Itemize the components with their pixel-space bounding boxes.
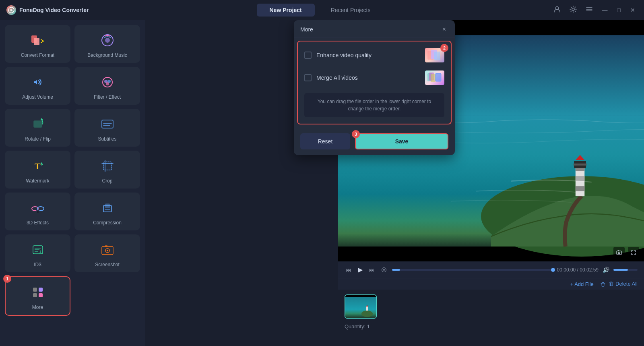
rotate-flip-icon	[29, 115, 47, 133]
video-thumbnail[interactable]	[345, 294, 377, 319]
svg-rect-39	[33, 288, 37, 292]
svg-rect-49	[436, 73, 441, 81]
dialog-header: More ×	[294, 20, 455, 37]
skip-forward-button[interactable]: ⏭	[368, 265, 376, 274]
header-tabs: New Project Recent Projects	[257, 4, 384, 17]
play-button[interactable]: ▶	[357, 265, 364, 275]
dialog-note: You can drag the file order in the lower…	[304, 93, 444, 117]
timeline-fill	[392, 269, 400, 271]
menu-button[interactable]	[584, 4, 595, 17]
svg-rect-16	[102, 120, 113, 128]
dialog-title: More	[300, 26, 313, 33]
thumbnail-area: Quantity: 1	[338, 290, 644, 346]
compression-icon	[99, 199, 116, 217]
time-separator: /	[577, 267, 578, 273]
recent-projects-tab[interactable]: Recent Projects	[318, 4, 384, 17]
sidebar-item-background-music[interactable]: Background Music	[74, 25, 140, 63]
svg-rect-41	[33, 293, 37, 297]
merge-videos-option: Merge All videos	[304, 70, 444, 85]
more-icon	[29, 284, 47, 301]
svg-rect-45	[434, 52, 440, 60]
dialog-close-button[interactable]: ×	[440, 25, 448, 34]
more-label: More	[32, 305, 43, 310]
app-name: FoneDog Video Converter	[19, 7, 89, 13]
dialog-footer: Reset 3 Save	[294, 128, 455, 155]
svg-rect-40	[39, 288, 43, 292]
sidebar-item-adjust-volume[interactable]: Adjust Volume	[5, 67, 70, 105]
center-area: More × Enhance video quality	[145, 20, 338, 346]
reset-button[interactable]: Reset	[300, 133, 350, 149]
volume-button[interactable]: 🔊	[603, 267, 609, 273]
3d-effects-label: 3D Effects	[27, 220, 49, 226]
more-badge: 1	[3, 275, 11, 283]
svg-rect-48	[431, 74, 436, 82]
delete-all-button[interactable]: 🗑 Delete All	[600, 281, 638, 287]
minimize-button[interactable]: —	[600, 6, 610, 14]
sidebar-item-more[interactable]: 1 More	[5, 276, 70, 316]
subtitles-icon	[99, 115, 116, 133]
timeline[interactable]	[392, 269, 553, 271]
convert-format-label: Convert Format	[21, 52, 54, 58]
svg-marker-1	[10, 9, 13, 11]
3d-effects-icon	[29, 199, 47, 217]
enhance-quality-checkbox[interactable]	[304, 52, 312, 59]
compression-label: Compression	[93, 220, 122, 226]
save-badge: 3	[352, 130, 360, 138]
sidebar-item-screenshot[interactable]: Screenshot	[74, 234, 140, 272]
merge-videos-label: Merge All videos	[316, 75, 420, 81]
sidebar-item-3d-effects[interactable]: 3D Effects	[5, 193, 70, 230]
svg-point-69	[361, 311, 373, 317]
fullscreen-preview-button[interactable]	[628, 247, 639, 258]
enhance-quality-option: Enhance video quality 2	[304, 48, 444, 62]
screenshot-icon	[99, 241, 116, 259]
sidebar-item-rotate-flip[interactable]: Rotate / Flip	[5, 109, 70, 147]
sidebar: Convert Format Background Music	[0, 20, 145, 346]
svg-rect-58	[576, 186, 584, 191]
sidebar-item-filter-effect[interactable]: Filter / Effect	[74, 67, 140, 105]
subtitles-label: Subtitles	[98, 136, 116, 142]
time-display: 00:00:00 / 00:02:59	[557, 267, 599, 273]
add-file-button[interactable]: + Add File	[570, 281, 594, 287]
sidebar-item-watermark[interactable]: T Watermark	[5, 151, 70, 189]
merge-videos-checkbox[interactable]	[304, 74, 312, 81]
main-content: Convert Format Background Music	[0, 20, 644, 346]
watermark-icon: T	[29, 157, 47, 175]
settings-button[interactable]	[568, 4, 579, 17]
filter-effect-icon	[99, 73, 116, 91]
enhance-badge: 2	[440, 44, 448, 52]
sidebar-item-subtitles[interactable]: Subtitles	[74, 109, 140, 147]
crop-icon	[99, 157, 116, 175]
new-project-tab[interactable]: New Project	[257, 4, 315, 17]
close-window-button[interactable]: ✕	[628, 6, 638, 14]
rotate-flip-label: Rotate / Flip	[25, 136, 51, 142]
sidebar-item-convert-format[interactable]: Convert Format	[5, 25, 70, 63]
maximize-button[interactable]: □	[615, 6, 623, 14]
sidebar-item-crop[interactable]: Crop	[74, 151, 140, 189]
svg-rect-62	[617, 251, 621, 255]
account-button[interactable]	[551, 4, 563, 17]
dot-button[interactable]: ⦿	[380, 265, 388, 274]
skip-back-button[interactable]: ⏮	[345, 265, 353, 274]
svg-rect-57	[576, 176, 584, 181]
sidebar-item-compression[interactable]: Compression	[74, 193, 140, 230]
svg-point-63	[618, 252, 620, 254]
dialog-body: Enhance video quality 2	[297, 41, 452, 124]
titlebar: FoneDog Video Converter New Project Rece…	[0, 0, 644, 20]
enhance-quality-icon: 2	[425, 48, 444, 62]
svg-point-14	[106, 82, 109, 85]
save-button[interactable]: 3 Save	[355, 133, 448, 149]
merge-videos-icon	[425, 70, 444, 85]
volume-slider[interactable]	[613, 269, 638, 271]
svg-rect-8	[34, 38, 39, 45]
logo-icon	[6, 5, 16, 15]
file-management: + Add File 🗑 Delete All	[338, 278, 644, 290]
screenshot-preview-button[interactable]	[613, 247, 625, 258]
more-dialog: More × Enhance video quality	[294, 20, 455, 155]
current-time: 00:00:00	[557, 267, 576, 273]
svg-rect-61	[574, 164, 586, 166]
watermark-label: Watermark	[26, 178, 49, 184]
sidebar-item-id3[interactable]: ID3	[5, 234, 70, 272]
svg-rect-42	[39, 293, 43, 297]
player-controls: ⏮ ▶ ⏭ ⦿ 00:00:00 / 00:02:59 🔊	[338, 261, 644, 278]
background-music-label: Background Music	[87, 52, 127, 58]
